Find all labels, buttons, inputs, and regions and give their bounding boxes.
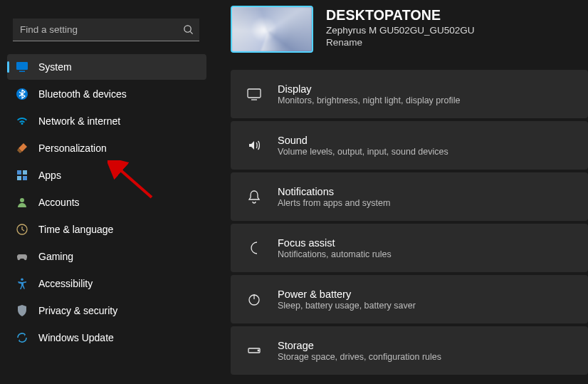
sidebar-item-label: Gaming	[38, 251, 73, 262]
sidebar-item-accessibility[interactable]: Accessibility	[7, 271, 206, 296]
device-profile: DESKTOPATONE Zephyrus M GU502GU_GU502GU …	[231, 6, 588, 53]
device-name: DESKTOPATONE	[326, 7, 475, 24]
card-subtitle: Sleep, battery usage, battery saver	[278, 301, 416, 311]
card-subtitle: Alerts from apps and system	[278, 198, 390, 208]
svg-point-17	[258, 350, 259, 351]
person-icon	[16, 196, 28, 209]
bluetooth-icon	[16, 88, 28, 100]
apps-icon	[16, 169, 28, 182]
svg-rect-6	[23, 170, 27, 175]
sidebar-item-label: System	[38, 61, 72, 73]
card-title: Notifications	[278, 186, 390, 197]
sidebar-item-label: Apps	[38, 170, 61, 181]
card-title: Power & battery	[278, 289, 416, 300]
card-text: StorageStorage space, drives, configurat…	[278, 340, 441, 362]
sidebar-item-label: Bluetooth & devices	[38, 88, 127, 100]
svg-rect-12	[248, 89, 261, 98]
sidebar-item-label: Accounts	[38, 197, 80, 208]
svg-rect-2	[16, 62, 28, 70]
clock-icon	[16, 223, 28, 236]
sidebar-item-bluetooth[interactable]: Bluetooth & devices	[7, 81, 206, 107]
card-subtitle: Storage space, drives, configuration rul…	[278, 352, 441, 362]
sidebar-item-accounts[interactable]: Accounts	[7, 190, 206, 215]
sidebar: SystemBluetooth & devicesNetwork & inter…	[0, 0, 214, 384]
card-focus[interactable]: Focus assistNotifications, automatic rul…	[231, 224, 588, 272]
sidebar-item-time[interactable]: Time & language	[7, 217, 206, 242]
update-icon	[16, 331, 28, 344]
sidebar-item-network[interactable]: Network & internet	[7, 108, 206, 134]
sidebar-item-label: Windows Update	[38, 332, 114, 343]
search-input[interactable]	[13, 19, 199, 41]
sidebar-item-apps[interactable]: Apps	[7, 162, 206, 188]
moon-icon	[246, 240, 262, 256]
card-text: Focus assistNotifications, automatic rul…	[278, 237, 392, 259]
system-icon	[16, 61, 28, 73]
card-notifications[interactable]: NotificationsAlerts from apps and system	[231, 172, 588, 221]
device-info: DESKTOPATONE Zephyrus M GU502GU_GU502GU …	[326, 6, 475, 48]
system-card-list: DisplayMonitors, brightness, night light…	[231, 70, 588, 375]
svg-rect-3	[19, 71, 25, 73]
sidebar-item-label: Time & language	[38, 224, 113, 235]
sidebar-item-personalization[interactable]: Personalization	[7, 135, 206, 161]
controller-icon	[16, 250, 28, 263]
sidebar-item-label: Privacy & security	[38, 305, 117, 316]
display-icon	[246, 86, 262, 102]
main-panel: DESKTOPATONE Zephyrus M GU502GU_GU502GU …	[231, 0, 588, 384]
card-subtitle: Volume levels, output, input, sound devi…	[278, 147, 448, 157]
card-sound[interactable]: SoundVolume levels, output, input, sound…	[231, 121, 588, 170]
sidebar-item-label: Network & internet	[38, 115, 120, 127]
accessibility-icon	[16, 277, 28, 290]
card-power[interactable]: Power & batterySleep, battery usage, bat…	[231, 275, 588, 323]
svg-rect-7	[17, 176, 21, 180]
bell-icon	[246, 189, 262, 204]
shield-icon	[16, 304, 28, 317]
device-wallpaper-thumb	[231, 6, 313, 53]
card-storage[interactable]: StorageStorage space, drives, configurat…	[231, 326, 588, 375]
storage-icon	[246, 343, 262, 358]
card-text: NotificationsAlerts from apps and system	[278, 186, 390, 208]
sidebar-item-privacy[interactable]: Privacy & security	[7, 298, 206, 323]
card-title: Sound	[278, 135, 448, 146]
card-text: Power & batterySleep, battery usage, bat…	[278, 289, 416, 311]
svg-rect-8	[23, 176, 27, 180]
wifi-icon	[16, 115, 28, 128]
sidebar-item-update[interactable]: Windows Update	[7, 325, 206, 351]
sidebar-item-system[interactable]: System	[7, 54, 206, 80]
sidebar-item-gaming[interactable]: Gaming	[7, 244, 206, 269]
card-title: Focus assist	[278, 237, 392, 249]
paintbrush-icon	[16, 142, 28, 155]
search-icon	[183, 24, 194, 35]
sidebar-item-label: Accessibility	[38, 278, 93, 289]
card-title: Display	[278, 83, 460, 95]
card-title: Storage	[278, 340, 441, 351]
card-subtitle: Notifications, automatic rules	[278, 249, 392, 259]
svg-rect-5	[17, 170, 21, 175]
card-subtitle: Monitors, brightness, night light, displ…	[278, 95, 460, 105]
power-icon	[246, 291, 262, 307]
search-wrap	[13, 19, 201, 41]
nav-list: SystemBluetooth & devicesNetwork & inter…	[0, 54, 214, 351]
rename-link[interactable]: Rename	[326, 37, 475, 48]
sound-icon	[246, 137, 262, 153]
svg-point-0	[184, 26, 191, 32]
device-model: Zephyrus M GU502GU_GU502GU	[326, 25, 475, 36]
card-text: SoundVolume levels, output, input, sound…	[278, 135, 448, 157]
sidebar-item-label: Personalization	[38, 142, 107, 154]
svg-point-11	[21, 278, 23, 281]
svg-line-1	[190, 31, 192, 33]
card-text: DisplayMonitors, brightness, night light…	[278, 83, 460, 105]
card-display[interactable]: DisplayMonitors, brightness, night light…	[231, 70, 588, 118]
svg-point-9	[20, 198, 24, 202]
